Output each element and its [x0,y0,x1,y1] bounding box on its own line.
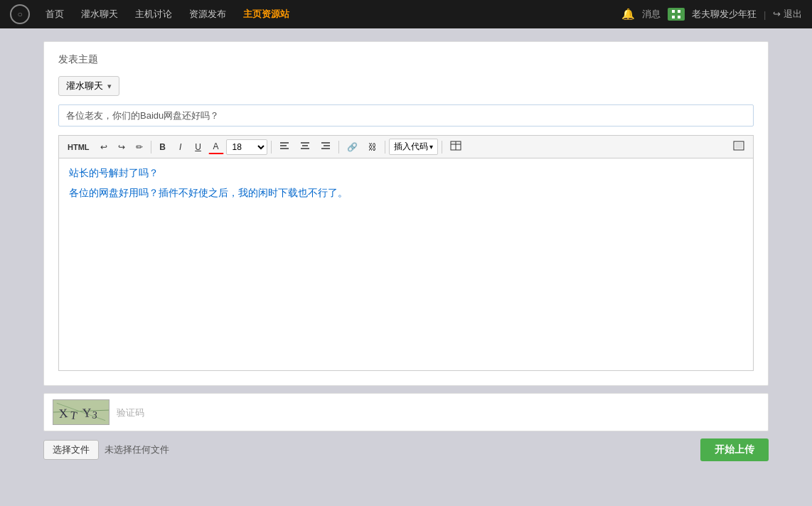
html-button[interactable]: HTML [63,141,94,154]
file-upload-row: 选择文件 未选择任何文件 开始上传 [43,438,769,461]
nav-resources[interactable]: 资源发布 [181,0,235,28]
logout-icon: ↪ [773,9,781,19]
align-left-button[interactable] [275,139,294,154]
font-size-select[interactable]: 18 12 14 16 20 24 36 [226,139,267,155]
category-dropdown[interactable]: 灌水聊天 ▾ [58,76,119,96]
captcha-input[interactable] [117,407,759,418]
toolbar-right [729,139,749,155]
nav-chat[interactable]: 灌水聊天 [73,0,127,28]
toolbar-separator-2 [271,141,272,154]
fullscreen-button[interactable] [729,139,749,155]
svg-rect-3 [678,16,680,18]
file-left: 选择文件 未选择任何文件 [43,440,169,460]
nav-home[interactable]: 首页 [37,0,73,28]
align-right-button[interactable] [316,139,335,154]
category-label: 灌水聊天 [66,80,103,92]
link-button[interactable]: 🔗 [343,140,362,154]
italic-button[interactable]: I [173,140,188,154]
logo-circle: ○ [17,9,22,19]
subject-input[interactable] [58,104,754,126]
pen-button[interactable]: ✏ [132,140,147,154]
dropdown-arrow-icon: ▾ [107,82,112,91]
table-button[interactable] [446,139,466,155]
captcha-card: X T Y 3 [43,393,769,431]
svg-text:Y: Y [82,405,92,420]
post-form-card: 发表主题 灌水聊天 ▾ HTML ↩ ↪ ✏ B I U A 18 12 14 [43,41,769,386]
undo-button[interactable]: ↩ [96,140,112,154]
svg-rect-0 [672,10,675,13]
nav-main-resources[interactable]: 主页资源站 [235,0,298,28]
svg-rect-1 [678,10,680,13]
choose-file-button[interactable]: 选择文件 [43,440,99,460]
toolbar-separator-3 [338,141,339,154]
page-content: 发表主题 灌水聊天 ▾ HTML ↩ ↪ ✏ B I U A 18 12 14 [43,28,769,475]
user-grid-icon [668,8,685,21]
nav-host[interactable]: 主机讨论 [127,0,181,28]
nav-links: 首页 灌水聊天 主机讨论 资源发布 主页资源站 [37,0,621,28]
underline-button[interactable]: U [191,140,206,154]
upload-button[interactable]: 开始上传 [700,438,769,461]
editor-line-2: 各位的网盘好用吗？插件不好使之后，我的闲时下载也不行了。 [69,187,743,200]
redo-button[interactable]: ↪ [114,140,129,154]
font-color-button[interactable]: A [208,139,224,154]
svg-rect-2 [672,16,675,18]
insert-code-button[interactable]: 插入代码 ▾ [389,139,438,155]
svg-rect-17 [735,143,742,149]
toolbar-separator-5 [442,141,442,154]
logout-button[interactable]: ↪ 退出 [773,8,802,21]
captcha-image[interactable]: X T Y 3 [53,399,109,425]
username[interactable]: 老夫聊发少年狂 [692,8,757,21]
navbar: ○ 首页 灌水聊天 主机讨论 资源发布 主页资源站 🔔 消息 老夫聊发少年狂 |… [0,0,812,28]
bell-icon[interactable]: 🔔 [621,8,635,21]
toolbar-separator-1 [151,141,151,154]
editor-toolbar: HTML ↩ ↪ ✏ B I U A 18 12 14 16 20 24 36 [58,135,754,158]
unlink-button[interactable]: ⛓ [364,140,381,154]
no-file-label: 未选择任何文件 [105,443,169,456]
svg-text:X: X [58,406,69,421]
nav-right: 🔔 消息 老夫聊发少年狂 | ↪ 退出 [621,8,802,21]
align-center-button[interactable] [296,139,314,154]
nav-separator: | [764,9,766,20]
editor-line-1: 站长的号解封了吗？ [69,167,743,180]
bold-button[interactable]: B [155,140,171,154]
toolbar-separator-4 [385,141,385,154]
insert-code-arrow-icon: ▾ [429,143,433,151]
editor-body[interactable]: 站长的号解封了吗？ 各位的网盘好用吗？插件不好使之后，我的闲时下载也不行了。 [58,158,754,371]
logo: ○ [10,4,30,24]
notification-label[interactable]: 消息 [642,8,661,21]
form-title: 发表主题 [58,53,754,66]
